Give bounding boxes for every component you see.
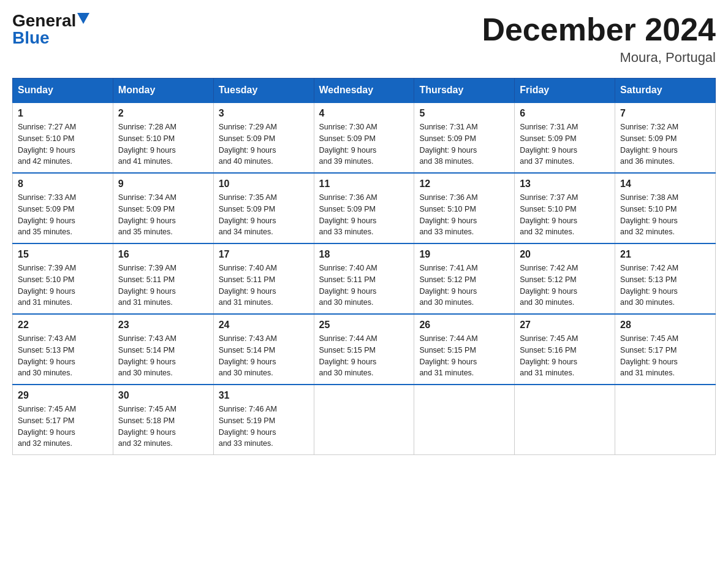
sunset-label: Sunset: 5:09 PM xyxy=(319,134,376,143)
day-number: 11 xyxy=(319,178,409,190)
day-number: 19 xyxy=(419,249,509,260)
calendar-cell: 8 Sunrise: 7:33 AM Sunset: 5:09 PM Dayli… xyxy=(13,173,113,243)
calendar-cell: 9 Sunrise: 7:34 AM Sunset: 5:09 PM Dayli… xyxy=(113,173,213,243)
daylight-minutes: and 32 minutes. xyxy=(118,439,173,448)
logo-general-text: General xyxy=(12,12,76,29)
day-number: 7 xyxy=(620,108,710,119)
daylight-minutes: and 42 minutes. xyxy=(18,157,72,166)
sunrise-label: Sunrise: 7:46 AM xyxy=(219,405,277,413)
calendar-header-wednesday: Wednesday xyxy=(314,79,414,103)
daylight-minutes: and 31 minutes. xyxy=(520,369,574,377)
daylight-minutes: and 31 minutes. xyxy=(219,298,273,307)
daylight-label: Daylight: 9 hours xyxy=(520,287,577,296)
day-info: Sunrise: 7:46 AM Sunset: 5:19 PM Dayligh… xyxy=(219,404,309,450)
calendar-cell: 11 Sunrise: 7:36 AM Sunset: 5:09 PM Dayl… xyxy=(314,173,414,243)
sunrise-label: Sunrise: 7:42 AM xyxy=(620,264,678,272)
sunset-label: Sunset: 5:16 PM xyxy=(520,346,576,354)
day-number: 16 xyxy=(118,249,208,260)
day-number: 14 xyxy=(620,178,710,190)
daylight-label: Daylight: 9 hours xyxy=(118,146,176,155)
calendar-week-4: 22 Sunrise: 7:43 AM Sunset: 5:13 PM Dayl… xyxy=(13,314,716,385)
sunset-label: Sunset: 5:17 PM xyxy=(18,416,74,425)
daylight-minutes: and 39 minutes. xyxy=(319,157,374,166)
calendar-week-2: 8 Sunrise: 7:33 AM Sunset: 5:09 PM Dayli… xyxy=(13,173,716,243)
daylight-label: Daylight: 9 hours xyxy=(419,146,477,155)
daylight-label: Daylight: 9 hours xyxy=(319,146,377,155)
daylight-minutes: and 30 minutes. xyxy=(219,369,273,377)
sunrise-label: Sunrise: 7:31 AM xyxy=(520,123,578,131)
day-number: 22 xyxy=(18,320,108,331)
sunset-label: Sunset: 5:15 PM xyxy=(319,346,376,354)
sunset-label: Sunset: 5:10 PM xyxy=(118,134,175,143)
calendar-cell: 10 Sunrise: 7:35 AM Sunset: 5:09 PM Dayl… xyxy=(213,173,314,243)
daylight-label: Daylight: 9 hours xyxy=(118,216,176,225)
day-number: 10 xyxy=(219,178,309,190)
sunset-label: Sunset: 5:10 PM xyxy=(18,275,74,284)
calendar-cell: 7 Sunrise: 7:32 AM Sunset: 5:09 PM Dayli… xyxy=(615,102,716,173)
calendar-cell: 15 Sunrise: 7:39 AM Sunset: 5:10 PM Dayl… xyxy=(13,243,113,314)
sunrise-label: Sunrise: 7:44 AM xyxy=(419,334,477,343)
calendar-cell xyxy=(314,385,414,455)
sunset-label: Sunset: 5:09 PM xyxy=(419,134,476,143)
daylight-label: Daylight: 9 hours xyxy=(219,216,276,225)
daylight-label: Daylight: 9 hours xyxy=(219,358,276,366)
sunrise-label: Sunrise: 7:45 AM xyxy=(520,334,578,343)
daylight-minutes: and 30 minutes. xyxy=(18,369,72,377)
daylight-label: Daylight: 9 hours xyxy=(219,287,276,296)
sunrise-label: Sunrise: 7:42 AM xyxy=(520,264,578,272)
daylight-label: Daylight: 9 hours xyxy=(520,146,577,155)
day-number: 4 xyxy=(319,108,409,119)
day-info: Sunrise: 7:36 AM Sunset: 5:09 PM Dayligh… xyxy=(319,192,409,238)
day-info: Sunrise: 7:43 AM Sunset: 5:14 PM Dayligh… xyxy=(219,333,309,379)
sunrise-label: Sunrise: 7:35 AM xyxy=(219,193,277,202)
sunrise-label: Sunrise: 7:32 AM xyxy=(620,123,678,131)
sunset-label: Sunset: 5:15 PM xyxy=(419,346,476,354)
sunrise-label: Sunrise: 7:45 AM xyxy=(118,405,176,413)
calendar-cell xyxy=(515,385,615,455)
sunrise-label: Sunrise: 7:43 AM xyxy=(219,334,277,343)
sunset-label: Sunset: 5:12 PM xyxy=(520,275,576,284)
daylight-minutes: and 35 minutes. xyxy=(118,228,173,236)
day-info: Sunrise: 7:39 AM Sunset: 5:10 PM Dayligh… xyxy=(18,262,108,308)
calendar-cell: 28 Sunrise: 7:45 AM Sunset: 5:17 PM Dayl… xyxy=(615,314,716,385)
sunset-label: Sunset: 5:09 PM xyxy=(219,134,275,143)
daylight-label: Daylight: 9 hours xyxy=(620,358,678,366)
day-info: Sunrise: 7:28 AM Sunset: 5:10 PM Dayligh… xyxy=(118,121,208,167)
day-info: Sunrise: 7:29 AM Sunset: 5:09 PM Dayligh… xyxy=(219,121,309,167)
day-info: Sunrise: 7:44 AM Sunset: 5:15 PM Dayligh… xyxy=(419,333,509,379)
day-number: 3 xyxy=(219,108,309,119)
daylight-minutes: and 33 minutes. xyxy=(219,439,273,448)
calendar-header-row: SundayMondayTuesdayWednesdayThursdayFrid… xyxy=(13,79,716,103)
day-info: Sunrise: 7:43 AM Sunset: 5:13 PM Dayligh… xyxy=(18,333,108,379)
day-number: 23 xyxy=(118,320,208,331)
day-info: Sunrise: 7:44 AM Sunset: 5:15 PM Dayligh… xyxy=(319,333,409,379)
page-header: General Blue December 2024 Moura, Portug… xyxy=(12,12,716,66)
sunrise-label: Sunrise: 7:44 AM xyxy=(319,334,377,343)
daylight-label: Daylight: 9 hours xyxy=(18,428,75,437)
sunrise-label: Sunrise: 7:45 AM xyxy=(620,334,678,343)
calendar-cell: 3 Sunrise: 7:29 AM Sunset: 5:09 PM Dayli… xyxy=(213,102,314,173)
daylight-label: Daylight: 9 hours xyxy=(18,146,75,155)
daylight-minutes: and 31 minutes. xyxy=(118,298,173,307)
day-info: Sunrise: 7:38 AM Sunset: 5:10 PM Dayligh… xyxy=(620,192,710,238)
sunset-label: Sunset: 5:10 PM xyxy=(18,134,74,143)
daylight-label: Daylight: 9 hours xyxy=(520,358,577,366)
calendar-cell xyxy=(615,385,716,455)
day-number: 24 xyxy=(219,320,309,331)
day-info: Sunrise: 7:45 AM Sunset: 5:17 PM Dayligh… xyxy=(620,333,710,379)
sunset-label: Sunset: 5:13 PM xyxy=(18,346,74,354)
daylight-minutes: and 30 minutes. xyxy=(419,298,474,307)
day-info: Sunrise: 7:37 AM Sunset: 5:10 PM Dayligh… xyxy=(520,192,610,238)
calendar-header-friday: Friday xyxy=(515,79,615,103)
calendar-cell: 18 Sunrise: 7:40 AM Sunset: 5:11 PM Dayl… xyxy=(314,243,414,314)
day-number: 12 xyxy=(419,178,509,190)
sunrise-label: Sunrise: 7:43 AM xyxy=(118,334,176,343)
logo-triangle-icon xyxy=(77,13,89,24)
day-info: Sunrise: 7:43 AM Sunset: 5:14 PM Dayligh… xyxy=(118,333,208,379)
sunrise-label: Sunrise: 7:37 AM xyxy=(520,193,578,202)
calendar-cell: 20 Sunrise: 7:42 AM Sunset: 5:12 PM Dayl… xyxy=(515,243,615,314)
sunset-label: Sunset: 5:13 PM xyxy=(620,275,677,284)
calendar-header-monday: Monday xyxy=(113,79,213,103)
day-info: Sunrise: 7:31 AM Sunset: 5:09 PM Dayligh… xyxy=(419,121,509,167)
daylight-minutes: and 31 minutes. xyxy=(18,298,72,307)
